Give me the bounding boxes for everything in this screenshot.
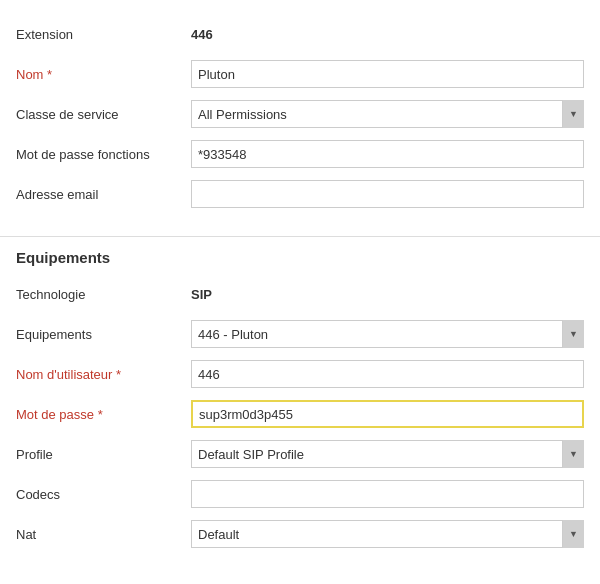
mot-de-passe-row: Mot de passe * xyxy=(16,398,584,430)
technologie-row: Technologie SIP xyxy=(16,278,584,310)
profile-select[interactable]: Default SIP Profile xyxy=(191,440,584,468)
extension-row: Extension 446 xyxy=(16,18,584,50)
nom-input[interactable] xyxy=(191,60,584,88)
adresse-email-label: Adresse email xyxy=(16,187,191,202)
nom-utilisateur-label: Nom d'utilisateur * xyxy=(16,367,191,382)
nat-label: Nat xyxy=(16,527,191,542)
profile-label: Profile xyxy=(16,447,191,462)
nat-select-wrapper: Default xyxy=(191,520,584,548)
adresse-email-row: Adresse email xyxy=(16,178,584,210)
technologie-value: SIP xyxy=(191,287,212,302)
codecs-row: Codecs xyxy=(16,478,584,510)
classe-service-label: Classe de service xyxy=(16,107,191,122)
adresse-email-input[interactable] xyxy=(191,180,584,208)
classe-service-row: Classe de service All Permissions xyxy=(16,98,584,130)
extension-value: 446 xyxy=(191,27,213,42)
nom-label: Nom * xyxy=(16,67,191,82)
classe-service-select[interactable]: All Permissions xyxy=(191,100,584,128)
mot-de-passe-fonctions-row: Mot de passe fonctions xyxy=(16,138,584,170)
equipements-select-wrapper: 446 - Pluton xyxy=(191,320,584,348)
mot-de-passe-input[interactable] xyxy=(191,400,584,428)
codecs-input[interactable] xyxy=(191,480,584,508)
equipements-form-section: Technologie SIP Equipements 446 - Pluton… xyxy=(0,270,600,570)
equipements-select[interactable]: 446 - Pluton xyxy=(191,320,584,348)
extension-label: Extension xyxy=(16,27,191,42)
classe-service-select-wrapper: All Permissions xyxy=(191,100,584,128)
nom-utilisateur-row: Nom d'utilisateur * xyxy=(16,358,584,390)
nat-row: Nat Default xyxy=(16,518,584,550)
nat-select[interactable]: Default xyxy=(191,520,584,548)
profile-select-wrapper: Default SIP Profile xyxy=(191,440,584,468)
section-divider xyxy=(0,236,600,237)
codecs-label: Codecs xyxy=(16,487,191,502)
profile-row: Profile Default SIP Profile xyxy=(16,438,584,470)
technologie-label: Technologie xyxy=(16,287,191,302)
equipements-section-title: Equipements xyxy=(0,241,600,270)
mot-de-passe-label: Mot de passe * xyxy=(16,407,191,422)
equipements-field-label: Equipements xyxy=(16,327,191,342)
top-form-section: Extension 446 Nom * Classe de service Al… xyxy=(0,10,600,230)
nom-utilisateur-input[interactable] xyxy=(191,360,584,388)
mot-de-passe-fonctions-label: Mot de passe fonctions xyxy=(16,147,191,162)
nom-row: Nom * xyxy=(16,58,584,90)
equipements-row: Equipements 446 - Pluton xyxy=(16,318,584,350)
mot-de-passe-fonctions-input[interactable] xyxy=(191,140,584,168)
